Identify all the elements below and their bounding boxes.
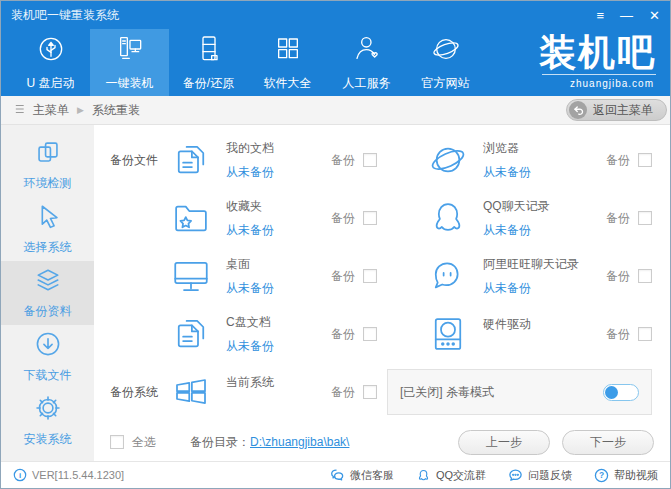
sidebar-item-install-system[interactable]: 安装系统 [1, 389, 94, 453]
backup-items-grid: 备份文件 我的文档 从未备份 备份 浏览器 [110, 131, 660, 423]
gear-icon [35, 395, 61, 424]
server-icon [193, 33, 225, 69]
nav-item-software[interactable]: 软件大全 [248, 29, 327, 96]
qq-group-link[interactable]: QQ交流群 [416, 468, 486, 483]
documents-icon [170, 313, 212, 355]
item-status: 从未备份 [226, 222, 274, 239]
content-area: 环境检测 选择系统 备份资料 下载文件 安装系统 [1, 125, 670, 461]
person-icon [351, 33, 383, 69]
item-name: 桌面 [226, 256, 274, 273]
brand-logo: 装机吧 zhuangjiba.com [539, 29, 670, 96]
monitor-icon [170, 255, 212, 297]
help-video-link[interactable]: ? 帮助视频 [594, 468, 658, 483]
wechat-support-link[interactable]: 微信客服 [330, 468, 394, 483]
copy-pages-icon [35, 139, 61, 168]
nav-item-label: 人工服务 [343, 75, 391, 92]
item-status [226, 398, 274, 410]
backup-checkbox-browser[interactable] [638, 153, 652, 167]
backup-system-group-label: 备份系统 [110, 384, 170, 401]
close-icon[interactable]: ✕ [649, 9, 660, 22]
sidebar: 环境检测 选择系统 备份资料 下载文件 安装系统 [1, 125, 94, 461]
backup-item-drivers: 硬件驱动 备份 [385, 305, 660, 363]
backup-label: 备份 [331, 326, 355, 343]
feedback-link[interactable]: 问题反馈 [508, 468, 572, 483]
sidebar-item-choose-system[interactable]: 选择系统 [1, 197, 94, 261]
minimize-icon[interactable]: — [620, 9, 633, 22]
backup-item-my-documents: 备份文件 我的文档 从未备份 备份 [110, 131, 385, 189]
select-all-label: 全选 [132, 434, 156, 451]
nav-item-one-key-install[interactable]: 一键装机 [90, 29, 169, 96]
footer-link-label: 帮助视频 [614, 468, 658, 483]
nav-item-support[interactable]: 人工服务 [327, 29, 406, 96]
breadcrumb-root[interactable]: 主菜单 [33, 102, 69, 119]
backup-dir-label: 备份目录： [190, 434, 250, 451]
footer-link-label: QQ交流群 [436, 468, 486, 483]
item-name: 当前系统 [226, 374, 274, 391]
backup-checkbox-qq-chat[interactable] [638, 211, 652, 225]
backup-label: 备份 [331, 210, 355, 227]
version-text: VER[11.5.44.1230] [32, 469, 124, 481]
nav-item-backup-restore[interactable]: 备份/还原 [169, 29, 248, 96]
logo-domain: zhuangjiba.com [542, 74, 656, 89]
antivirus-mode-label: [已关闭] 杀毒模式 [400, 384, 494, 401]
undo-arrow-icon [569, 101, 587, 119]
qq-penguin-icon [427, 197, 469, 239]
feedback-bubble-icon [508, 468, 523, 483]
window-controls: ≡ — ✕ [597, 9, 661, 22]
backup-checkbox-my-documents[interactable] [363, 153, 377, 167]
list-icon [11, 102, 25, 119]
nav-item-website[interactable]: 官方网站 [406, 29, 485, 96]
back-button-label: 返回主菜单 [593, 102, 653, 119]
backup-checkbox-wangwang-chat[interactable] [638, 269, 652, 283]
title-bar: 装机吧一键重装系统 ≡ — ✕ [1, 1, 670, 29]
item-status: 从未备份 [483, 280, 579, 297]
logo-text: 装机吧 [539, 34, 656, 73]
backup-item-browser: 浏览器 从未备份 备份 [385, 131, 660, 189]
backup-dir-link[interactable]: D:\zhuangjiba\bak\ [250, 435, 349, 449]
status-bar: i VER[11.5.44.1230] 微信客服 QQ交流群 问题反馈 ? 帮助… [1, 461, 670, 488]
computer-icon [114, 33, 146, 69]
next-step-button[interactable]: 下一步 [562, 430, 654, 455]
sidebar-item-backup-data[interactable]: 备份资料 [1, 261, 94, 325]
backup-files-group-label: 备份文件 [110, 152, 170, 169]
chat-bubble-icon [427, 255, 469, 297]
item-name: QQ聊天记录 [483, 198, 550, 215]
item-name: 浏览器 [483, 140, 531, 157]
backup-item-wangwang-chat: 阿里旺旺聊天记录 从未备份 备份 [385, 247, 660, 305]
nav-item-label: 一键装机 [106, 75, 154, 92]
backup-item-favorites: 收藏夹 从未备份 备份 [110, 189, 385, 247]
sidebar-item-label: 选择系统 [24, 239, 72, 256]
item-name: 我的文档 [226, 140, 274, 157]
sidebar-item-download-files[interactable]: 下载文件 [1, 325, 94, 389]
item-name: 硬件驱动 [483, 316, 531, 333]
globe-icon [430, 33, 462, 69]
backup-checkbox-favorites[interactable] [363, 211, 377, 225]
menu-icon[interactable]: ≡ [597, 9, 605, 22]
backup-item-desktop: 桌面 从未备份 备份 [110, 247, 385, 305]
nav-item-usb-boot[interactable]: U 盘启动 [11, 29, 90, 96]
sidebar-item-label: 环境检测 [24, 175, 72, 192]
backup-checkbox-current-system[interactable] [363, 385, 377, 399]
previous-step-button[interactable]: 上一步 [458, 430, 550, 455]
back-to-main-menu-button[interactable]: 返回主菜单 [566, 99, 667, 121]
wechat-icon [330, 468, 345, 483]
footer-link-label: 微信客服 [350, 468, 394, 483]
backup-label: 备份 [606, 152, 630, 169]
item-name: 收藏夹 [226, 198, 274, 215]
antivirus-toggle[interactable] [603, 384, 639, 401]
sidebar-item-label: 安装系统 [24, 431, 72, 448]
select-all-checkbox[interactable] [110, 435, 124, 449]
folder-star-icon [170, 197, 212, 239]
toggle-knob [605, 386, 618, 399]
item-name: C盘文档 [226, 314, 274, 331]
sidebar-item-env-check[interactable]: 环境检测 [1, 133, 94, 197]
breadcrumb-current: 系统重装 [92, 102, 140, 119]
antivirus-mode-cell: [已关闭] 杀毒模式 [385, 363, 660, 421]
item-status [483, 340, 531, 352]
backup-checkbox-c-drive-docs[interactable] [363, 327, 377, 341]
item-name: 阿里旺旺聊天记录 [483, 256, 579, 273]
nav-item-label: 备份/还原 [183, 75, 234, 92]
backup-checkbox-drivers[interactable] [638, 327, 652, 341]
bottom-controls: 全选 备份目录： D:\zhuangjiba\bak\ 上一步 下一步 [110, 423, 660, 461]
backup-checkbox-desktop[interactable] [363, 269, 377, 283]
